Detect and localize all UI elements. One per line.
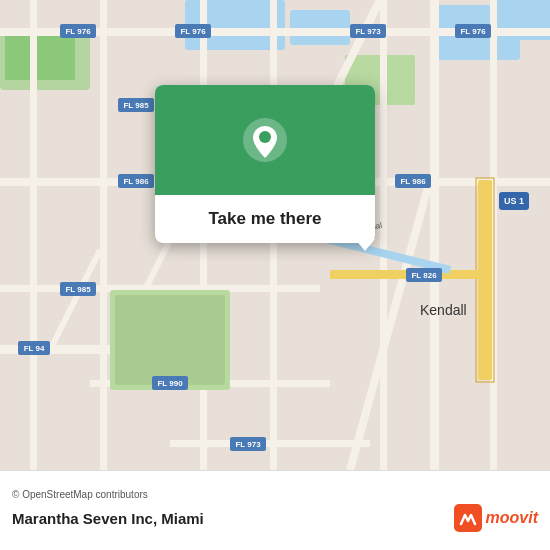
svg-rect-15 bbox=[100, 0, 107, 470]
svg-text:FL 986: FL 986 bbox=[400, 177, 426, 186]
moovit-text: moovit bbox=[486, 509, 538, 527]
svg-text:Kendall: Kendall bbox=[420, 302, 467, 318]
svg-text:US 1: US 1 bbox=[504, 196, 524, 206]
svg-rect-14 bbox=[30, 0, 37, 470]
svg-rect-18 bbox=[380, 0, 387, 470]
svg-text:FL 985: FL 985 bbox=[65, 285, 91, 294]
svg-rect-2 bbox=[5, 35, 75, 80]
svg-rect-61 bbox=[454, 504, 482, 532]
popup-tail bbox=[355, 239, 375, 251]
location-popup[interactable]: Take me there bbox=[155, 85, 375, 243]
svg-text:FL 976: FL 976 bbox=[180, 27, 206, 36]
map-attribution: © OpenStreetMap contributors bbox=[12, 489, 538, 500]
location-name: Marantha Seven Inc, Miami bbox=[12, 510, 204, 527]
svg-text:FL 976: FL 976 bbox=[460, 27, 486, 36]
location-row: Marantha Seven Inc, Miami moovit bbox=[12, 504, 538, 532]
svg-text:FL 990: FL 990 bbox=[157, 379, 183, 388]
svg-text:FL 973: FL 973 bbox=[235, 440, 261, 449]
svg-text:FL 976: FL 976 bbox=[65, 27, 91, 36]
svg-rect-4 bbox=[290, 10, 350, 45]
svg-rect-25 bbox=[478, 180, 492, 380]
svg-rect-29 bbox=[115, 295, 225, 385]
svg-text:FL 94: FL 94 bbox=[24, 344, 45, 353]
popup-header bbox=[155, 85, 375, 195]
svg-text:FL 973: FL 973 bbox=[355, 27, 381, 36]
map-container: FL 976 FL 976 FL 976 FL 973 FL 986 FL 98… bbox=[0, 0, 550, 470]
moovit-logo[interactable]: moovit bbox=[454, 504, 538, 532]
svg-rect-19 bbox=[430, 0, 439, 470]
svg-text:FL 985: FL 985 bbox=[123, 101, 149, 110]
svg-rect-27 bbox=[330, 270, 480, 279]
svg-text:FL 986: FL 986 bbox=[123, 177, 149, 186]
location-pin-icon bbox=[241, 116, 289, 164]
moovit-icon bbox=[454, 504, 482, 532]
svg-text:FL 826: FL 826 bbox=[411, 271, 437, 280]
take-me-there-button[interactable]: Take me there bbox=[155, 195, 375, 243]
bottom-bar: © OpenStreetMap contributors Marantha Se… bbox=[0, 470, 550, 550]
svg-point-60 bbox=[259, 131, 271, 143]
